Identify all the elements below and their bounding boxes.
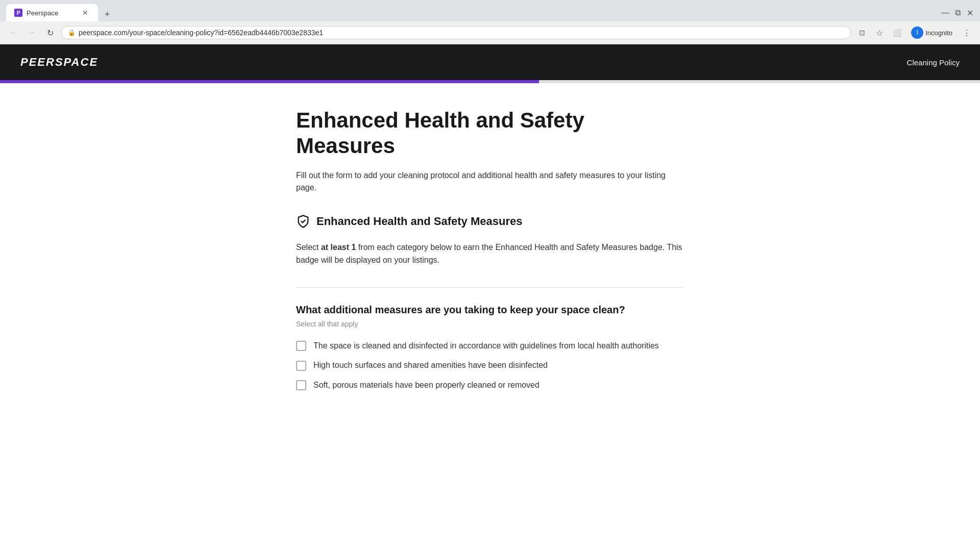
shield-icon [296,214,310,229]
title-bar: P Peerspace ✕ + — ⧉ ✕ [0,0,980,21]
forward-button[interactable]: → [24,26,39,40]
question-title: What additional measures are you taking … [296,304,684,316]
checkbox-item-3[interactable]: Soft, porous materials have been properl… [296,380,684,391]
section-desc-before: Select [296,243,321,252]
page-title: Enhanced Health and Safety Measures [296,108,684,159]
section-divider [296,287,684,288]
url-input[interactable] [79,29,844,37]
back-button[interactable]: ← [6,26,20,40]
tab-title: Peerspace [27,9,77,17]
app-header: PEERSPACE Cleaning Policy [0,44,980,80]
tab-close-button[interactable]: ✕ [81,8,90,17]
window-controls: — ⧉ ✕ [941,9,974,17]
active-tab[interactable]: P Peerspace ✕ [6,4,98,21]
tab-favicon: P [14,9,22,17]
checkbox-visual-3[interactable] [296,380,306,390]
extension-button[interactable]: ⬜ [890,26,904,40]
browser-chrome: P Peerspace ✕ + — ⧉ ✕ ← → ↻ 🔒 ⊡ ☆ ⬜ I In… [0,0,980,44]
cleaning-policy-nav-item[interactable]: Cleaning Policy [907,58,960,67]
checkbox-label-1: The space is cleaned and disinfected in … [313,340,659,352]
profile-button[interactable]: I Incognito [907,24,957,41]
checkbox-visual-2[interactable] [296,361,306,371]
checkbox-item-1[interactable]: The space is cleaned and disinfected in … [296,340,684,352]
checkbox-list: The space is cleaned and disinfected in … [296,340,684,391]
section-desc-bold: at least 1 [321,243,356,252]
peerspace-logo: PEERSPACE [20,56,98,69]
bookmark-button[interactable]: ☆ [872,26,887,40]
page-description: Fill out the form to add your cleaning p… [296,169,684,194]
browser-toolbar: ← → ↻ 🔒 ⊡ ☆ ⬜ I Incognito ⋮ [0,21,980,44]
section-title: Enhanced Health and Safety Measures [316,215,522,228]
checkbox-item-2[interactable]: High touch surfaces and shared amenities… [296,360,684,371]
toolbar-icons: ⊡ ☆ ⬜ I Incognito ⋮ [855,24,974,41]
profile-label: Incognito [925,29,952,37]
section-description: Select at least 1 from each category bel… [296,241,684,267]
reload-button[interactable]: ↻ [43,26,57,40]
cast-button[interactable]: ⊡ [855,26,869,40]
new-tab-button[interactable]: + [100,7,114,21]
header-nav: Cleaning Policy [907,58,960,67]
checkbox-visual-1[interactable] [296,341,306,351]
app: PEERSPACE Cleaning Policy Enhanced Healt… [0,44,980,421]
address-bar[interactable]: 🔒 [61,26,851,39]
maximize-button[interactable]: ⧉ [953,9,962,17]
section-header: Enhanced Health and Safety Measures [296,214,684,229]
main-content: Enhanced Health and Safety Measures Fill… [235,83,745,421]
minimize-button[interactable]: — [941,9,949,17]
security-icon: 🔒 [68,29,76,36]
select-hint: Select all that apply [296,320,684,328]
additional-measures-section: What additional measures are you taking … [296,304,684,391]
menu-button[interactable]: ⋮ [960,26,974,40]
profile-icon: I [911,27,923,39]
checkbox-label-2: High touch surfaces and shared amenities… [313,360,548,371]
close-window-button[interactable]: ✕ [966,9,974,17]
checkbox-label-3: Soft, porous materials have been properl… [313,380,540,391]
